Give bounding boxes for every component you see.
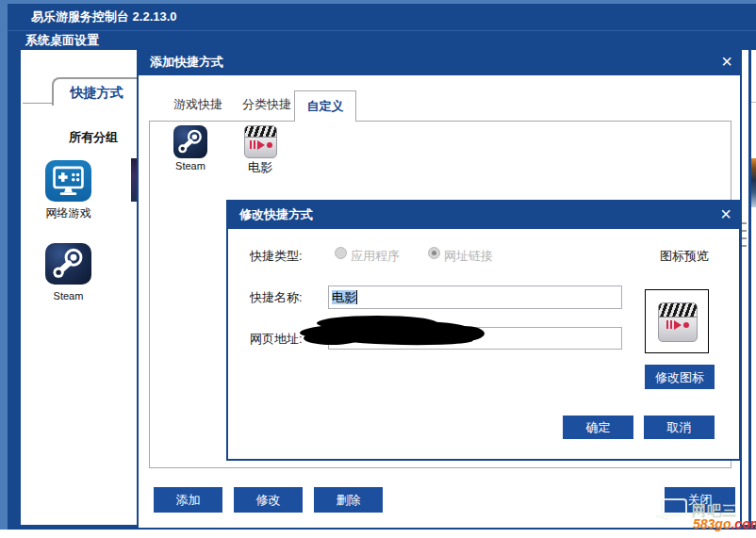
tab-strip-line (23, 103, 54, 104)
shortcut-item-movie[interactable] (244, 125, 277, 158)
icon-preview-box (645, 289, 709, 353)
add-dialog-title: 添加快捷方式 (150, 55, 223, 69)
radio-application[interactable] (335, 247, 347, 259)
app-root: 易乐游服务控制台 2.2.13.0 系统桌面设置 快捷方式 所有分组 网络游戏 (0, 0, 756, 538)
movie-clapper-icon (245, 140, 276, 150)
delete-button[interactable]: 删除 (314, 487, 383, 513)
tab-game-shortcuts[interactable]: 游戏快捷 (164, 96, 232, 113)
add-button[interactable]: 添加 (154, 487, 222, 513)
selected-text: 电影 (332, 290, 356, 304)
steam-icon (173, 125, 207, 158)
watermark-site-tld: .com (731, 516, 756, 531)
shortcut-name-label: 快捷名称: (250, 289, 303, 306)
groups-header: 所有分组 (69, 129, 118, 146)
redaction-scribble (317, 316, 437, 331)
ok-button[interactable]: 确定 (563, 416, 633, 439)
radio-dot (432, 251, 436, 255)
close-icon[interactable]: × (721, 49, 732, 73)
clapper-stripes (659, 303, 697, 318)
movie-clapper-icon (658, 302, 698, 342)
radio-application-label: 应用程序 (351, 248, 400, 265)
shortcut-item-steam[interactable] (173, 125, 207, 158)
radio-url-link-selected[interactable] (428, 247, 440, 259)
window-titlebar[interactable]: 易乐游服务控制台 2.2.13.0 (8, 4, 756, 30)
tab-shortcuts-label: 快捷方式 (71, 85, 123, 100)
clapper-stripes (245, 126, 276, 138)
modify-button[interactable]: 修改 (234, 487, 303, 513)
shortcut-name-input[interactable]: 电影 (328, 285, 622, 309)
change-icon-button[interactable]: 修改图标 (645, 365, 715, 389)
close-icon[interactable]: × (720, 202, 731, 226)
group-item-steam[interactable] (45, 243, 91, 285)
url-label: 网页地址: (250, 331, 303, 348)
background-divider-sliver (751, 102, 756, 103)
menu-item-desktop-settings[interactable]: 系统桌面设置 (25, 33, 99, 47)
tab-shortcuts[interactable]: 快捷方式 (52, 77, 140, 106)
add-dialog-titlebar[interactable]: 添加快捷方式 × (139, 49, 740, 75)
window-frame-right (748, 50, 751, 530)
clapper-symbols (659, 320, 697, 330)
window-title: 易乐游服务控制台 2.2.13.0 (31, 9, 177, 24)
icon-preview-label: 图标预览 (660, 248, 709, 265)
shortcut-type-label: 快捷类型: (250, 248, 303, 265)
text-caret (356, 290, 357, 304)
watermark-monitor-icon (661, 498, 687, 516)
redaction-scribble (304, 332, 360, 345)
edit-dialog-titlebar[interactable]: 修改快捷方式 × (228, 202, 739, 229)
window-frame-left (0, 4, 8, 530)
steam-icon (45, 243, 91, 285)
group-label-steam: Steam (25, 290, 111, 302)
shortcut-label-steam: Steam (166, 160, 215, 171)
edit-dialog-title: 修改快捷方式 (239, 207, 313, 221)
group-label-network-games: 网络游戏 (25, 205, 111, 221)
game-monitor-icon (45, 160, 91, 202)
watermark-site-name: 583go (693, 516, 731, 531)
background-image-sliver (751, 158, 756, 207)
watermark-site: 583go.com (693, 515, 756, 532)
cancel-button[interactable]: 取消 (644, 416, 715, 439)
redaction-scribble (443, 326, 485, 341)
group-item-network-games[interactable] (45, 160, 91, 202)
radio-url-link-label: 网址链接 (444, 248, 493, 265)
tab-category-shortcuts[interactable]: 分类快捷 (233, 96, 301, 113)
tab-custom-active[interactable]: 自定义 (294, 90, 356, 122)
background-text-sliver (742, 222, 747, 253)
shortcut-label-movie: 电影 (236, 159, 285, 176)
